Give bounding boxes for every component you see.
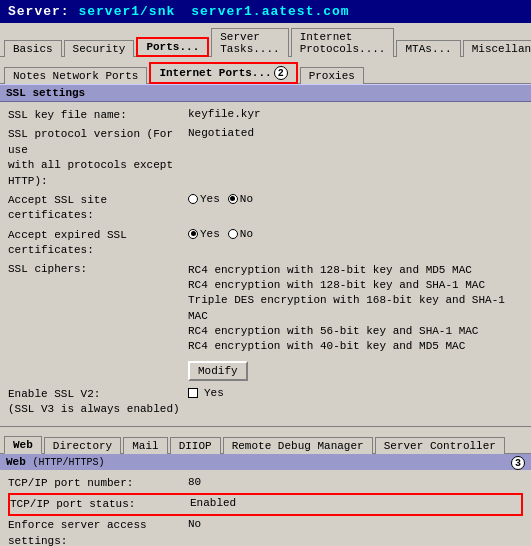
tab-server-tasks[interactable]: Server Tasks.... — [211, 28, 288, 57]
ssl-protocol-value: Negotiated — [188, 127, 523, 139]
modify-button[interactable]: Modify — [188, 361, 248, 381]
expired-yes[interactable]: Yes — [188, 228, 220, 240]
web-section: Web (HTTP/HTTPS) 3 TCP/IP port number: 8… — [0, 454, 531, 546]
badge-3: 3 — [511, 456, 525, 470]
radio-expired-yes-dot[interactable] — [188, 229, 198, 239]
port-status-value: Enabled — [190, 497, 521, 509]
enforce-access-row: Enforce server accesssettings: No — [8, 516, 523, 546]
enable-ssl-label: Enable SSL V2: (SSL V3 is always enabled… — [8, 387, 188, 418]
tab-internet-protocols[interactable]: Internet Protocols.... — [291, 28, 395, 57]
ssl-protocol-row: SSL protocol version (For usewith all pr… — [8, 125, 523, 191]
accept-ssl-cert-value: Yes No — [188, 193, 523, 205]
ssl-key-label: SSL key file name: — [8, 108, 188, 123]
port-number-value: 80 — [188, 476, 523, 488]
ssl-section: SSL settings SSL key file name: keyfile.… — [0, 84, 531, 424]
tab-basics[interactable]: Basics — [4, 40, 62, 57]
cipher-line-4: RC4 encryption with 40-bit key and MD5 M… — [188, 339, 523, 354]
port-number-label: TCP/IP port number: — [8, 476, 188, 491]
title-bar: Server: server1/snkserver1.aatest.com — [0, 0, 531, 23]
top-tab-bar: Basics Security Ports... Server Tasks...… — [0, 23, 531, 57]
radio-yes-dot[interactable] — [188, 194, 198, 204]
cipher-line-0: RC4 encryption with 128-bit key and MD5 … — [188, 263, 523, 278]
port-number-row: TCP/IP port number: 80 — [8, 474, 523, 493]
tab-remote-debug[interactable]: Remote Debug Manager — [223, 437, 373, 454]
accept-ssl-yes[interactable]: Yes — [188, 193, 220, 205]
radio-expired-no-label: No — [240, 228, 253, 240]
tab-mail[interactable]: Mail — [123, 437, 167, 454]
server-address: server1.aatest.com — [191, 4, 349, 19]
ssl-protocol-label: SSL protocol version (For usewith all pr… — [8, 127, 188, 189]
tab-ports[interactable]: Ports... — [136, 37, 209, 57]
expired-no[interactable]: No — [228, 228, 253, 240]
tab-mtas[interactable]: MTAs... — [396, 40, 460, 57]
accept-expired-label: Accept expired SSLcertificates: — [8, 228, 188, 259]
cipher-line-1: RC4 encryption with 128-bit key and SHA-… — [188, 278, 523, 293]
accept-ssl-no[interactable]: No — [228, 193, 253, 205]
accept-ssl-cert-row: Accept SSL site certificates: Yes No — [8, 191, 523, 226]
ssl-key-row: SSL key file name: keyfile.kyr — [8, 106, 523, 125]
port-status-row: TCP/IP port status: Enabled — [8, 493, 523, 516]
web-section-header: Web (HTTP/HTTPS) 3 — [0, 454, 531, 470]
cipher-line-2: Triple DES encryption with 168-bit key a… — [188, 293, 523, 324]
web-title: Web — [6, 456, 26, 468]
enable-ssl-row: Enable SSL V2: (SSL V3 is always enabled… — [8, 385, 523, 420]
tab-directory[interactable]: Directory — [44, 437, 121, 454]
enable-ssl-label-text: Enable SSL V2: — [8, 387, 188, 402]
port-status-label: TCP/IP port status: — [10, 497, 190, 512]
radio-yes-label: Yes — [200, 193, 220, 205]
tab-server-controller[interactable]: Server Controller — [375, 437, 505, 454]
tab-web[interactable]: Web — [4, 436, 42, 454]
ssl-ciphers-block: SSL ciphers: RC4 encryption with 128-bit… — [8, 261, 523, 357]
enforce-access-value: No — [188, 518, 523, 530]
bottom-tab-bar: Web Directory Mail DIIOP Remote Debug Ma… — [0, 431, 531, 454]
ssl-ciphers-content: RC4 encryption with 128-bit key and MD5 … — [188, 263, 523, 355]
cipher-line-3: RC4 encryption with 56-bit key and SHA-1… — [188, 324, 523, 339]
title-prefix: Server: — [8, 4, 78, 19]
enforce-access-label: Enforce server accesssettings: — [8, 518, 188, 546]
modify-row: Modify — [8, 357, 523, 385]
ssl-ciphers-label: SSL ciphers: — [8, 263, 188, 275]
enable-ssl-sub-label: (SSL V3 is always enabled) — [8, 402, 188, 417]
divider — [0, 426, 531, 427]
web-subtitle: (HTTP/HTTPS) — [32, 457, 104, 468]
enable-ssl-value: Yes — [188, 387, 523, 399]
radio-expired-yes-label: Yes — [200, 228, 220, 240]
tab-diiop[interactable]: DIIOP — [170, 437, 221, 454]
tab-internet-ports[interactable]: Internet Ports...2 — [149, 62, 297, 84]
tab-security[interactable]: Security — [64, 40, 135, 57]
accept-ssl-cert-label: Accept SSL site certificates: — [8, 193, 188, 224]
tab-proxies[interactable]: Proxies — [300, 67, 364, 84]
radio-no-label: No — [240, 193, 253, 205]
enable-ssl-checkbox-row[interactable]: Yes — [188, 387, 523, 399]
tab-notes-network[interactable]: Notes Network Ports — [4, 67, 147, 84]
accept-expired-value: Yes No — [188, 228, 523, 240]
server-name: server1/snk — [78, 4, 175, 19]
radio-no-dot[interactable] — [228, 194, 238, 204]
radio-expired-no-dot[interactable] — [228, 229, 238, 239]
enable-ssl-checkbox[interactable] — [188, 388, 198, 398]
sub-tab-bar: Notes Network Ports Internet Ports...2 P… — [0, 57, 531, 84]
tab-miscellan[interactable]: Miscellan — [463, 40, 531, 57]
enable-ssl-yes-label: Yes — [204, 387, 224, 399]
badge-2: 2 — [274, 66, 288, 80]
ssl-section-content: SSL key file name: keyfile.kyr SSL proto… — [0, 102, 531, 424]
accept-expired-row: Accept expired SSLcertificates: Yes No — [8, 226, 523, 261]
ssl-section-header: SSL settings — [0, 84, 531, 102]
web-section-content: TCP/IP port number: 80 TCP/IP port statu… — [0, 470, 531, 546]
ssl-key-value: keyfile.kyr — [188, 108, 523, 120]
